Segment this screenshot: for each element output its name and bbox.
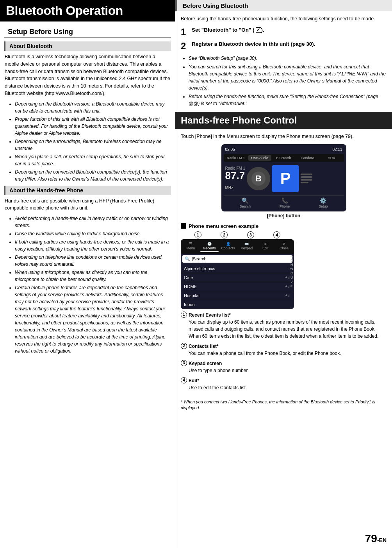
pm-row-hospital[interactable]: Hospital +☆	[182, 291, 292, 300]
pm-tab-recents[interactable]: 🕐Recents	[200, 241, 219, 252]
alpha-u[interactable]: U	[290, 276, 293, 279]
pm-row-name: Hospital	[184, 293, 200, 298]
list-item: You can search for this unit using a Blu…	[189, 63, 387, 91]
list-item: Certain mobile phone features are depend…	[15, 284, 170, 355]
ps-bar	[301, 176, 312, 178]
ps-search-btn[interactable]: 🔍 Search	[239, 197, 251, 208]
ps-setup-label: Setup	[319, 204, 328, 208]
pm-tab-contacts[interactable]: 👤Contacts	[219, 241, 237, 252]
phone-screen-container: 02:05 02:11 Radio FM 1 USB Audio Bluetoo…	[181, 144, 387, 222]
about-handsfree-bullets: Avoid performing a hands-free call in he…	[5, 215, 170, 355]
list-item: When using a microphone, speak as direct…	[15, 269, 170, 283]
annotation-text-3: Use to type a phone number.	[189, 368, 249, 373]
right-body: Before using the hands-free phone/audio …	[175, 15, 392, 107]
pm-row-name: Alpine elctronics	[184, 266, 215, 271]
ps-tab-radio[interactable]: Radio FM 1	[225, 155, 248, 161]
ps-logo-circle: B	[247, 167, 270, 190]
ps-tab-aux[interactable]: AUX	[320, 155, 343, 161]
annotation-4: 4 Edit* Use to edit the Contacts list.	[181, 377, 387, 391]
ps-signal: 02:11	[332, 147, 342, 152]
step-2-text: Register a Bluetooth device in this unit…	[192, 41, 315, 48]
hfpc-title-box: Hands-free Phone Control	[175, 112, 392, 129]
annotation-title-4: Edit*	[189, 378, 199, 383]
recents-icon: 🕐	[207, 242, 212, 246]
main-title: Bluetooth Operation	[6, 4, 169, 18]
list-item: When you place a call, or perform setup …	[15, 153, 170, 167]
annotation-text-1: You can display up to 60 items, such as …	[189, 319, 378, 339]
phone-icon: 📞	[282, 197, 288, 204]
ps-bars	[301, 174, 312, 183]
pm-tab-close[interactable]: ✕Close	[275, 241, 293, 252]
pm-row-cafe[interactable]: Cafe +☆	[182, 273, 292, 282]
search-text: |Search	[192, 256, 207, 261]
list-item: Close the windows while calling to reduc…	[15, 230, 170, 237]
ps-tab-bluetooth[interactable]: Bluetooth	[272, 155, 295, 161]
ps-freq-unit: MHz	[225, 186, 233, 190]
footnote: * When you connect two Hands-Free Phones…	[175, 397, 392, 414]
right-column: Before Using Bluetooth Before using the …	[175, 0, 392, 548]
about-handsfree-body: Hands-free calls are possible when using…	[0, 197, 175, 212]
search-icon: 🔍	[185, 256, 190, 261]
alpha-n[interactable]: N	[290, 267, 293, 271]
ps-time: 02:05	[225, 147, 235, 152]
ps-setup-btn[interactable]: ⚙️ Setup	[319, 197, 328, 208]
ps-tab-pandora[interactable]: Pandora	[296, 155, 319, 161]
page-number: 79-EN	[365, 532, 387, 545]
pm-row-home[interactable]: HOME +☆	[182, 282, 292, 291]
pm-alpha-index: A G H N O U V #	[290, 253, 294, 289]
ps-tab-usb[interactable]: USB Audio	[248, 155, 271, 161]
ps-tabs: Radio FM 1 USB Audio Bluetooth Pandora A…	[224, 154, 344, 162]
ps-phone-btn[interactable]: 📞 Phone	[280, 197, 290, 208]
annotation-title-3: Keypad screen	[189, 361, 222, 366]
intro-text: Before using the hands-free phone/audio …	[181, 15, 387, 23]
pm-row-suffix: +☆	[285, 293, 291, 297]
about-handsfree-header: About the Hands-free Phone	[4, 186, 171, 195]
left-column: Bluetooth Operation Setup Before Using A…	[0, 0, 175, 548]
list-item: Avoid performing a hands-free call in he…	[15, 215, 170, 229]
bluetooth-logo-icon: B	[251, 171, 266, 186]
ps-bar	[301, 182, 308, 183]
hfpc-title: Hands-free Phone Control	[181, 115, 387, 126]
svg-text:B: B	[255, 174, 262, 183]
about-bluetooth-body: Bluetooth is a wireless technology allow…	[0, 53, 175, 97]
callout-4: 4	[273, 231, 280, 238]
annotation-content-4: Edit* Use to edit the Contacts list.	[189, 377, 247, 391]
annotation-2: 2 Contacts list* You can make a phone ca…	[181, 343, 387, 357]
list-item: Depending on the surroundings, Bluetooth…	[15, 138, 170, 152]
annotation-text-2: You can make a phone call from the Phone…	[189, 351, 341, 356]
alpha-h[interactable]: H	[290, 263, 293, 267]
alpha-v[interactable]: V	[290, 280, 293, 284]
callout-3: 3	[247, 231, 254, 238]
annotations: 1 Recent Events list* You can display up…	[175, 309, 392, 397]
phone-screen: 02:05 02:11 Radio FM 1 USB Audio Bluetoo…	[221, 144, 346, 211]
close-icon: ✕	[283, 242, 286, 246]
annotation-circle-3: 3	[181, 360, 187, 366]
pm-tab-edit[interactable]: ≡Edit	[256, 241, 274, 252]
pm-row-name: Cafe	[184, 275, 193, 280]
step-1-number: 1	[181, 27, 192, 37]
before-using-header: Before Using Bluetooth	[175, 0, 392, 11]
annotation-3: 3 Keypad screen Use to type a phone numb…	[181, 360, 387, 374]
pm-row-alpine[interactable]: Alpine elctronics ›	[182, 264, 292, 273]
callout-row: 1 2 3 4	[181, 231, 294, 238]
search-icon: 🔍	[242, 197, 248, 204]
setup-section-title: Setup Before Using	[4, 25, 171, 38]
alpha-hash[interactable]: #	[290, 284, 293, 288]
annotation-title-1: Recent Events list*	[189, 312, 231, 318]
pm-tab-keypad[interactable]: ⌨️Keypad	[237, 241, 256, 252]
callout-2: 2	[221, 231, 228, 238]
annotation-text-4: Use to edit the Contacts list.	[189, 385, 247, 390]
main-title-box: Bluetooth Operation	[0, 0, 175, 21]
menu-icon: ☰	[189, 242, 192, 246]
pm-row-inoon[interactable]: Inoon	[182, 300, 292, 309]
alpha-a[interactable]: A	[290, 254, 293, 258]
pm-tab-menu[interactable]: ☰Menu	[182, 241, 200, 252]
keypad-icon: ⌨️	[244, 242, 249, 246]
alpha-o[interactable]: O	[290, 271, 293, 275]
alpha-g[interactable]: G	[290, 258, 293, 262]
list-item: Depending on the connected Bluetooth com…	[15, 168, 170, 183]
list-item: Depending on the Bluetooth version, a Bl…	[15, 100, 170, 115]
pm-search-bar[interactable]: 🔍 |Search	[182, 255, 292, 263]
ps-p-button[interactable]: P	[272, 165, 299, 192]
contacts-icon: 👤	[226, 242, 230, 246]
